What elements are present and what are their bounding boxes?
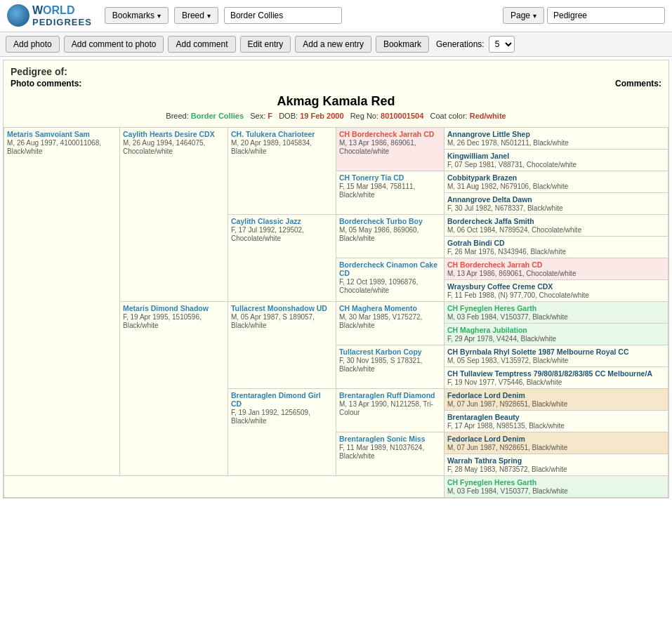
dog-link-g3-ds[interactable]: Tullacrest Moonshadow UD bbox=[231, 304, 327, 312]
dog-link-g5-sssd[interactable]: Kingwilliam Janel bbox=[447, 152, 509, 160]
dog-link-g5-sdsd[interactable]: Gotrah Bindi CD bbox=[447, 239, 505, 247]
dog-link-g2-sire[interactable]: Caylith Hearts Desire CDX bbox=[123, 130, 215, 138]
dog-link-g1-sire[interactable]: Metaris Samvoiant Sam bbox=[7, 130, 90, 138]
pedigree-container: Pedigree of: Photo comments: Comments: A… bbox=[3, 60, 669, 498]
dog-info-g4-sds: M, 05 May 1986, 869060, Black/white bbox=[339, 226, 419, 242]
dog-info-g1-sire: M, 26 Aug 1997, 4100011068, Black/white bbox=[7, 139, 101, 155]
dog-cell-g4-sds: Bordercheck Turbo Boy M, 05 May 1986, 86… bbox=[336, 214, 444, 258]
breed-dropdown[interactable]: Breed bbox=[174, 7, 218, 24]
dog-cell-g3-ss: CH. Tulukera Charioteer M, 20 Apr 1989, … bbox=[228, 127, 336, 214]
bookmarks-dropdown[interactable]: Bookmarks bbox=[105, 7, 169, 24]
dog-info-g4-sss: M, 13 Apr 1986, 869061, Chocolate/white bbox=[339, 139, 416, 155]
dog-info-g4-dss: M, 30 Mar 1985, V175272, Black/white bbox=[339, 313, 422, 329]
dog-cell-g5-dsdd: CH Tullaview Temptress 79/80/81/82/83/85… bbox=[444, 366, 668, 388]
dog-cell-g5-dssd: CH Maghera Jubilation F, 29 Apr 1978, V4… bbox=[444, 323, 668, 345]
breed-input[interactable] bbox=[224, 7, 342, 24]
dog-cell-g5-dddd: Warrah Tathra Spring F, 28 May 1983, N87… bbox=[444, 454, 668, 475]
dog-link-g5-dddd[interactable]: Warrah Tathra Spring bbox=[447, 456, 522, 465]
photo-comments-row: Photo comments: Comments: bbox=[11, 77, 661, 91]
dog-info-g3-dd: F, 19 Jan 1992, 1256509, Black/white bbox=[231, 409, 310, 425]
dog-link-g4-sdd[interactable]: Bordercheck Cinamon Cake CD bbox=[339, 260, 437, 277]
dog-cell-g1-sire: Metaris Samvoiant Sam M, 26 Aug 1997, 41… bbox=[4, 127, 120, 475]
dog-link-g4-dsd[interactable]: Tullacrest Karbon Copy bbox=[339, 348, 422, 356]
dog-link-g5-dsss[interactable]: CH Fyneglen Heres Garth bbox=[447, 304, 536, 312]
dog-link-g5-sdds[interactable]: CH Bordercheck Jarrah CD bbox=[447, 260, 542, 269]
dog-link-g5-ddds[interactable]: Fedorlace Lord Denim bbox=[447, 435, 525, 443]
dog-info-g4-ssd: F, 15 Mar 1984, 758111, Black/white bbox=[339, 183, 415, 199]
dog-link-g3-sd[interactable]: Caylith Classic Jazz bbox=[231, 217, 301, 225]
dog-info-g4-dds: M, 13 Apr 1990, N121258, Tri-Colour bbox=[339, 400, 433, 416]
dog-cell-g5-ddss: Fedorlace Lord Denim M, 07 Jun 1987, N92… bbox=[444, 388, 668, 410]
logo: WORLD PEDIGREES bbox=[7, 4, 92, 27]
dog-cell-g4-sss: CH Bordercheck Jarrah CD M, 13 Apr 1986,… bbox=[336, 127, 444, 171]
dog-info-g5-ddss: M, 07 Jun 1987, N928651, Black/white bbox=[447, 400, 567, 408]
dog-link-g5-ddsd[interactable]: Brentaraglen Beauty bbox=[447, 413, 520, 421]
dog-link-g3-ss[interactable]: CH. Tulukera Charioteer bbox=[231, 130, 315, 138]
dog-cell-g5-sssd: Kingwilliam Janel F, 07 Sep 1981, V88731… bbox=[444, 149, 668, 171]
dog-link-g2-dam[interactable]: Metaris Dimond Shadow bbox=[123, 304, 209, 312]
page-input[interactable] bbox=[547, 7, 665, 24]
dog-link-g5-ddss[interactable]: Fedorlace Lord Denim bbox=[447, 391, 525, 399]
dog-info-g5-sddd: F, 11 Feb 1988, (N) 977,700, Chocolate/w… bbox=[447, 291, 589, 299]
dog-cell-g4-dsd: Tullacrest Karbon Copy F, 30 Nov 1985, S… bbox=[336, 345, 444, 388]
dog-info-g3-ds: M, 05 Apr 1987, S 189057, Black/white bbox=[231, 313, 315, 329]
dog-name: Akmag Kamala Red bbox=[11, 91, 661, 112]
pedigree-of-label: Pedigree of: bbox=[11, 66, 661, 77]
dog-cell-g5-dsss: CH Fyneglen Heres Garth M, 03 Feb 1984, … bbox=[444, 301, 668, 323]
generations-select[interactable]: 5436 bbox=[489, 36, 515, 53]
dog-link-g4-dss[interactable]: CH Maghera Momento bbox=[339, 304, 417, 312]
dog-link-g3-dd[interactable]: Brentaraglen Dimond Girl CD bbox=[231, 391, 321, 408]
dog-link-g4-sds[interactable]: Bordercheck Turbo Boy bbox=[339, 217, 423, 225]
dog-info-g2-sire: M, 26 Aug 1994, 1464075, Chocolate/white bbox=[123, 139, 205, 155]
generations-label: Generations: bbox=[436, 39, 485, 49]
dog-cell-g2-sire: Caylith Hearts Desire CDX M, 26 Aug 1994… bbox=[119, 127, 228, 301]
dog-cell-g4-dds: Brentaraglen Ruff Diamond M, 13 Apr 1990… bbox=[336, 388, 444, 432]
dog-cell-g4-dss: CH Maghera Momento M, 30 Mar 1985, V1752… bbox=[336, 301, 444, 345]
dog-info-g5-ssss: M, 26 Dec 1978, N501211, Black/white bbox=[447, 139, 569, 147]
bookmark-button[interactable]: Bookmark bbox=[376, 36, 429, 53]
dog-link-g5-dsds[interactable]: CH Byrnbala Rhyl Solette 1987 Melbourne … bbox=[447, 348, 628, 356]
dog-info-g4-dsd: F, 30 Nov 1985, S 178321, Black/white bbox=[339, 357, 422, 373]
dog-cell-g5-ddsd: Brentaraglen Beauty F, 17 Apr 1988, N985… bbox=[444, 410, 668, 432]
dog-link-g5-sddd[interactable]: Wraysbury Coffee Creme CDX bbox=[447, 282, 553, 291]
dog-link-g4-dds[interactable]: Brentaraglen Ruff Diamond bbox=[339, 391, 435, 399]
dog-info-g5-dddd: F, 28 May 1983, N873572, Black/white bbox=[447, 465, 567, 473]
page-dropdown[interactable]: Page bbox=[503, 7, 544, 24]
toolbar: Add photo Add comment to photo Add comme… bbox=[0, 32, 672, 57]
dog-cell-g3-ds: Tullacrest Moonshadow UD M, 05 Apr 1987,… bbox=[228, 301, 336, 388]
logo-text: WORLD PEDIGREES bbox=[32, 4, 92, 27]
dog-info-g5-ddsd: F, 17 Apr 1988, N985135, Black/white bbox=[447, 422, 565, 430]
dog-link-g5-ssdd[interactable]: Annangrove Delta Dawn bbox=[447, 195, 532, 204]
dog-link-g4-sss[interactable]: CH Bordercheck Jarrah CD bbox=[339, 130, 434, 138]
edit-entry-button[interactable]: Edit entry bbox=[240, 36, 291, 53]
dog-link-g5-sdss[interactable]: Bordercheck Jaffa Smith bbox=[447, 217, 534, 225]
add-photo-button[interactable]: Add photo bbox=[6, 36, 60, 53]
dog-cell-extra-gen1 bbox=[4, 475, 444, 497]
dog-cell-g4-ddd: Brentaraglen Sonic Miss F, 11 Mar 1989, … bbox=[336, 432, 444, 475]
dog-link-g5-dssd[interactable]: CH Maghera Jubilation bbox=[447, 326, 527, 334]
dog-info-g5-ssdd: F, 30 Jul 1982, N678337, Black/white bbox=[447, 204, 563, 212]
dog-info-g5-dsdd: F, 19 Nov 1977, V75446, Black/white bbox=[447, 378, 562, 386]
dog-link-g4-ddd[interactable]: Brentaraglen Sonic Miss bbox=[339, 435, 426, 443]
dog-link-extra-g5[interactable]: CH Fyneglen Heres Garth bbox=[447, 478, 536, 487]
dog-cell-g5-ssds: Cobbitypark Brazen M, 31 Aug 1982, N6791… bbox=[444, 171, 668, 192]
dog-link-g5-dsdd[interactable]: CH Tullaview Temptress 79/80/81/82/83/85… bbox=[447, 369, 652, 378]
add-new-entry-button[interactable]: Add a new entry bbox=[295, 36, 371, 53]
dog-link-g5-ssds[interactable]: Cobbitypark Brazen bbox=[447, 173, 517, 182]
dog-cell-g5-dsds: CH Byrnbala Rhyl Solette 1987 Melbourne … bbox=[444, 345, 668, 366]
dog-cell-g5-sdds: CH Bordercheck Jarrah CD M, 13 Apr 1986,… bbox=[444, 258, 668, 279]
dog-cell-g5-sdsd: Gotrah Bindi CD F, 26 Mar 1976, N343946,… bbox=[444, 236, 668, 258]
add-comment-button[interactable]: Add comment bbox=[168, 36, 235, 53]
dog-info-g5-ssds: M, 31 Aug 1982, N679106, Black/white bbox=[447, 183, 568, 190]
dog-link-g5-ssss[interactable]: Annangrove Little Shep bbox=[447, 130, 530, 138]
dog-info-g3-ss: M, 20 Apr 1989, 1045834, Black/white bbox=[231, 139, 312, 155]
page-group: Page bbox=[503, 7, 665, 24]
dog-cell-g3-sd: Caylith Classic Jazz F, 17 Jul 1992, 129… bbox=[228, 214, 336, 301]
dog-link-g4-ssd[interactable]: CH Tonerry Tia CD bbox=[339, 173, 404, 182]
dog-info-g4-ddd: F, 11 Mar 1989, N1037624, Black/white bbox=[339, 444, 424, 460]
dog-cell-g5-sdss: Bordercheck Jaffa Smith M, 06 Oct 1984, … bbox=[444, 214, 668, 236]
add-comment-to-photo-button[interactable]: Add comment to photo bbox=[64, 36, 164, 53]
dog-info-g4-sdd: F, 12 Oct 1989, 1096876, Chocolate/white bbox=[339, 278, 418, 294]
dog-cell-g4-sdd: Bordercheck Cinamon Cake CD F, 12 Oct 19… bbox=[336, 258, 444, 301]
table-row: Metaris Samvoiant Sam M, 26 Aug 1997, 41… bbox=[4, 127, 668, 149]
